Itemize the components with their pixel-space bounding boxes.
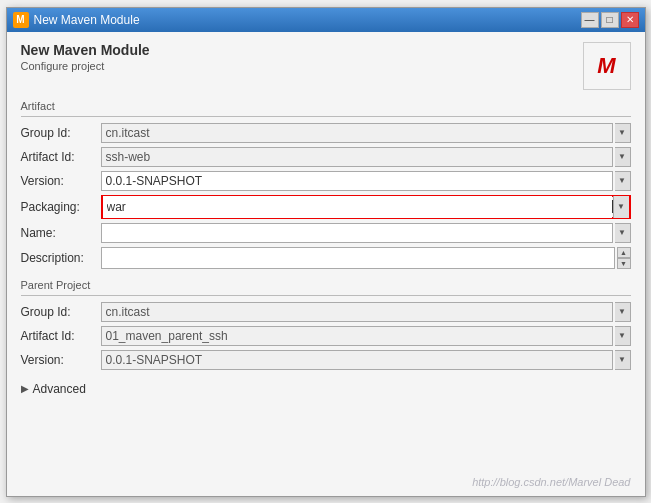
parent-version-label: Version: <box>21 353 101 367</box>
parent-group-id-field: ▼ <box>101 302 631 322</box>
artifact-id-field: ▼ <box>101 147 631 167</box>
artifact-id-row: Artifact Id: ▼ <box>21 147 631 167</box>
description-row: Description: ▲ ▼ <box>21 247 631 269</box>
advanced-label: Advanced <box>33 382 86 396</box>
parent-artifact-id-dropdown[interactable]: ▼ <box>615 326 631 346</box>
version-field: ▼ <box>101 171 631 191</box>
name-field: ▼ <box>101 223 631 243</box>
maven-icon: M <box>583 42 631 90</box>
name-input[interactable] <box>101 223 613 243</box>
description-label: Description: <box>21 251 101 265</box>
parent-project-section: Parent Project Group Id: ▼ Artifact Id: … <box>21 277 631 374</box>
parent-version-row: Version: ▼ <box>21 350 631 370</box>
description-scroll-arrows: ▲ ▼ <box>617 247 631 269</box>
parent-artifact-id-label: Artifact Id: <box>21 329 101 343</box>
page-header-text: New Maven Module Configure project <box>21 42 150 72</box>
watermark: http://blog.csdn.net/Marvel Dead <box>472 476 630 488</box>
advanced-row[interactable]: ▶ Advanced <box>21 382 631 396</box>
artifact-id-dropdown[interactable]: ▼ <box>615 147 631 167</box>
dialog-content: New Maven Module Configure project M Art… <box>7 32 645 496</box>
artifact-id-label: Artifact Id: <box>21 150 101 164</box>
parent-artifact-id-row: Artifact Id: ▼ <box>21 326 631 346</box>
window-icon: M <box>13 12 29 28</box>
artifact-section-label: Artifact <box>21 98 631 112</box>
close-button[interactable]: ✕ <box>621 12 639 28</box>
packaging-input[interactable] <box>103 196 612 218</box>
parent-version-input[interactable] <box>101 350 613 370</box>
description-field: ▲ ▼ <box>101 247 631 269</box>
advanced-arrow-icon: ▶ <box>21 383 29 394</box>
maximize-button[interactable]: □ <box>601 12 619 28</box>
title-bar: M New Maven Module — □ ✕ <box>7 8 645 32</box>
description-scroll-down[interactable]: ▼ <box>617 258 631 269</box>
parent-version-field: ▼ <box>101 350 631 370</box>
group-id-input[interactable] <box>101 123 613 143</box>
parent-group-id-input[interactable] <box>101 302 613 322</box>
group-id-dropdown[interactable]: ▼ <box>615 123 631 143</box>
page-header: New Maven Module Configure project M <box>21 42 631 90</box>
group-id-field: ▼ <box>101 123 631 143</box>
parent-project-label: Parent Project <box>21 277 631 291</box>
name-row: Name: ▼ <box>21 223 631 243</box>
name-label: Name: <box>21 226 101 240</box>
window-title: New Maven Module <box>34 13 140 27</box>
version-row: Version: ▼ <box>21 171 631 191</box>
name-dropdown[interactable]: ▼ <box>615 223 631 243</box>
version-label: Version: <box>21 174 101 188</box>
packaging-label: Packaging: <box>21 200 101 214</box>
description-input[interactable] <box>101 247 615 269</box>
minimize-button[interactable]: — <box>581 12 599 28</box>
parent-artifact-id-input[interactable] <box>101 326 613 346</box>
parent-project-divider <box>21 295 631 296</box>
group-id-row: Group Id: ▼ <box>21 123 631 143</box>
page-subtitle: Configure project <box>21 60 150 72</box>
group-id-label: Group Id: <box>21 126 101 140</box>
packaging-row: Packaging: ▼ <box>21 195 631 219</box>
artifact-id-input[interactable] <box>101 147 613 167</box>
parent-group-id-dropdown[interactable]: ▼ <box>615 302 631 322</box>
artifact-divider <box>21 116 631 117</box>
parent-group-id-label: Group Id: <box>21 305 101 319</box>
parent-version-dropdown[interactable]: ▼ <box>615 350 631 370</box>
packaging-highlight: ▼ <box>101 195 631 219</box>
packaging-dropdown[interactable]: ▼ <box>613 196 629 218</box>
title-buttons: — □ ✕ <box>581 12 639 28</box>
parent-group-id-row: Group Id: ▼ <box>21 302 631 322</box>
version-input[interactable] <box>101 171 613 191</box>
title-bar-left: M New Maven Module <box>13 12 140 28</box>
parent-artifact-id-field: ▼ <box>101 326 631 346</box>
main-window: M New Maven Module — □ ✕ New Maven Modul… <box>6 7 646 497</box>
version-dropdown[interactable]: ▼ <box>615 171 631 191</box>
description-scroll-up[interactable]: ▲ <box>617 247 631 258</box>
page-title: New Maven Module <box>21 42 150 58</box>
